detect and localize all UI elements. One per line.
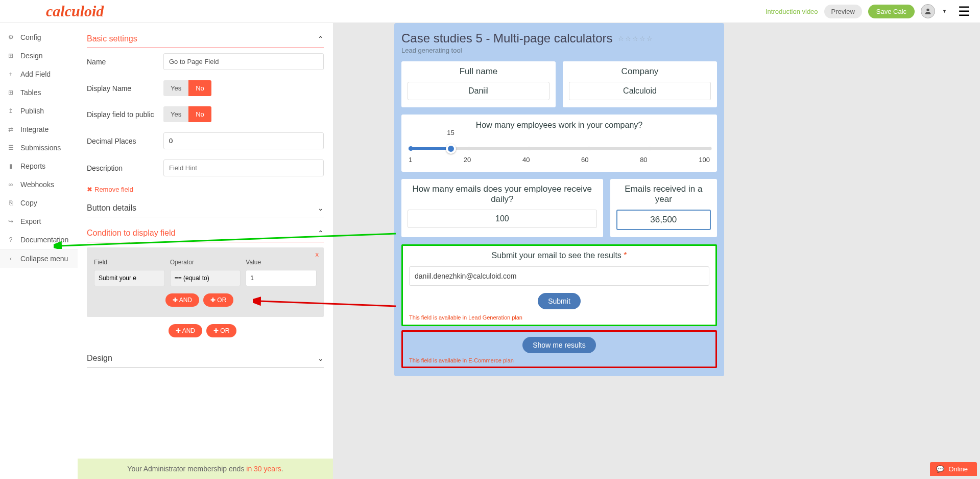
emails-row: How many emails does your employee recei… [401, 179, 717, 237]
field-label: Field [94, 259, 165, 266]
display-public-row: Display field to public Yes No [87, 101, 324, 127]
preview-button[interactable]: Preview [824, 5, 862, 18]
slider-tick [648, 147, 652, 150]
slider-mark: 80 [640, 156, 647, 164]
display-public-no[interactable]: No [188, 106, 211, 122]
condition-box: x Field Operator Value ✚ AND ✚ OR [87, 247, 324, 317]
display-public-yes[interactable]: Yes [163, 106, 188, 122]
user-caret-icon[interactable]: ▼ [942, 9, 947, 14]
sidebar-item-label: Webhooks [20, 180, 54, 189]
sidebar-item-documentation[interactable]: ?Documentation [0, 231, 78, 249]
submit-plan-text: This field is available in Lead Generati… [409, 314, 709, 321]
sidebar-item-label: Integrate [20, 125, 49, 133]
emails-year-output: 36,500 [616, 210, 711, 230]
display-name-no[interactable]: No [188, 80, 211, 96]
emails-year-label: Emails received in a year [616, 184, 711, 204]
decimal-row: Decimal Places [87, 127, 324, 154]
name-input[interactable] [163, 53, 324, 70]
condition-value-input[interactable] [246, 270, 317, 286]
online-chat-badge[interactable]: 💬 Online [930, 462, 977, 476]
display-name-yes[interactable]: Yes [163, 80, 188, 96]
design-icon: ⊞ [7, 52, 14, 59]
section-title: Basic settings [87, 34, 137, 43]
sidebar-item-label: Tables [20, 88, 41, 97]
sidebar-item-webhooks[interactable]: ∞Webhooks [0, 175, 78, 194]
slider[interactable]: 15 1 20 40 60 [409, 139, 710, 164]
slider-mark: 100 [699, 156, 710, 164]
slider-mark: 60 [581, 156, 588, 164]
display-name-label: Display Name [87, 84, 163, 93]
sidebar-item-integrate[interactable]: ⇄Integrate [0, 120, 78, 139]
field-col: Field [94, 259, 165, 286]
and-button-2[interactable]: ✚ AND [169, 324, 202, 337]
email-input[interactable] [409, 266, 709, 286]
operator-label: Operator [170, 259, 241, 266]
rating-stars[interactable]: ☆☆☆☆☆ [618, 35, 654, 42]
slider-mark: 40 [522, 156, 530, 164]
fullname-field: Full name [401, 61, 556, 107]
company-input[interactable] [569, 82, 711, 100]
slider-tick [708, 147, 712, 150]
condition-close[interactable]: x [316, 250, 319, 258]
sidebar-item-config[interactable]: ⚙Config [0, 28, 78, 47]
company-label: Company [569, 66, 711, 77]
or-button-1[interactable]: ✚ OR [203, 293, 233, 307]
sidebar-item-reports[interactable]: ▮Reports [0, 157, 78, 175]
sidebar-item-label: Publish [20, 107, 44, 115]
description-row: Description [87, 154, 324, 181]
chevron-up-icon: ⌃ [318, 229, 324, 237]
basic-settings-header[interactable]: Basic settings ⌃ [87, 28, 324, 48]
hamburger-icon[interactable]: ☰ [958, 4, 970, 19]
fullname-label: Full name [408, 66, 549, 77]
description-input[interactable] [163, 159, 324, 176]
table-icon: ⊞ [7, 89, 14, 96]
section-title: Design [87, 354, 112, 363]
and-or-row-2: ✚ AND ✚ OR [87, 324, 324, 337]
sidebar-item-copy[interactable]: ⎘Copy [0, 194, 78, 212]
description-label: Description [87, 164, 163, 172]
condition-header[interactable]: Condition to display field ⌃ [87, 222, 324, 242]
sidebar-item-export[interactable]: ↪Export [0, 212, 78, 231]
sidebar-collapse[interactable]: ‹Collapse menu [0, 249, 78, 268]
editor-content: Basic settings ⌃ Name Display Name Yes N… [78, 23, 333, 459]
chevron-down-icon: ⌄ [318, 354, 324, 362]
intro-video-link[interactable]: Introduction video [766, 8, 818, 15]
show-results-box: Show me results This field is available … [401, 330, 717, 368]
slider-thumb[interactable] [446, 144, 456, 154]
sidebar-item-design[interactable]: ⊞Design [0, 47, 78, 65]
section-title: Button details [87, 203, 136, 213]
gear-icon: ⚙ [7, 34, 14, 41]
emails-daily-label: How many emails does your employee recei… [408, 184, 597, 204]
submit-button[interactable]: Submit [538, 293, 581, 309]
condition-field-input[interactable] [94, 270, 165, 286]
webhooks-icon: ∞ [7, 181, 14, 188]
copy-icon: ⎘ [7, 199, 14, 207]
show-plan-text: This field is available in E-Commerce pl… [409, 357, 709, 363]
integrate-icon: ⇄ [7, 126, 14, 133]
main: ⚙Config ⊞Design +Add Field ⊞Tables ↥Publ… [0, 23, 980, 479]
sidebar-item-tables[interactable]: ⊞Tables [0, 83, 78, 102]
emails-daily-input[interactable] [408, 210, 597, 228]
name-company-row: Full name Company [401, 61, 717, 107]
or-button-2[interactable]: ✚ OR [206, 324, 236, 337]
calculator-card: Case studies 5 - Multi-page calculators … [394, 23, 724, 376]
decimal-input[interactable] [163, 132, 324, 149]
design-header[interactable]: Design ⌄ [87, 348, 324, 368]
sidebar-item-publish[interactable]: ↥Publish [0, 102, 78, 120]
button-details-header[interactable]: Button details ⌄ [87, 197, 324, 217]
slider-fill [409, 147, 451, 150]
save-calc-button[interactable]: Save Calc [868, 5, 915, 18]
slider-track [409, 147, 710, 150]
show-results-button[interactable]: Show me results [522, 337, 595, 353]
condition-operator-input[interactable] [170, 270, 241, 286]
calculator-subtitle: Lead generating tool [401, 47, 717, 54]
user-avatar[interactable] [921, 4, 935, 18]
slider-tick [588, 147, 591, 150]
remove-field-link[interactable]: ✖ Remove field [87, 181, 133, 197]
plus-icon: + [7, 71, 14, 78]
and-button-1[interactable]: ✚ AND [165, 293, 199, 307]
sidebar-item-add-field[interactable]: +Add Field [0, 65, 78, 83]
fullname-input[interactable] [408, 82, 549, 100]
chevron-up-icon: ⌃ [318, 35, 324, 43]
sidebar-item-submissions[interactable]: ☰Submissions [0, 139, 78, 157]
